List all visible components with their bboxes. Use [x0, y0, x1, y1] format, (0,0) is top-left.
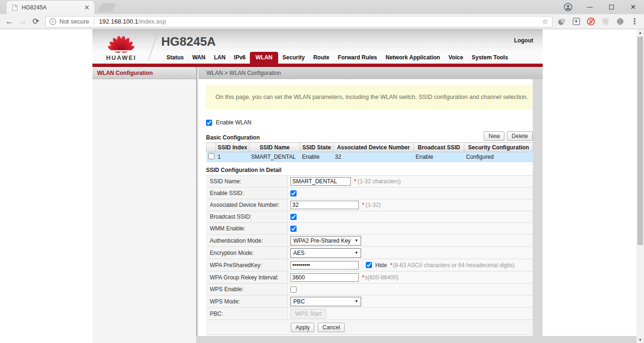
- window-minimize-button[interactable]: [579, 0, 601, 14]
- enable-wlan-label: Enable WLAN: [216, 119, 251, 126]
- reload-button[interactable]: ⟳: [29, 16, 42, 26]
- url-path[interactable]: /index.asp: [138, 18, 166, 25]
- form-row-wps-enable: WPS Enable:: [206, 284, 533, 295]
- wps-start-button[interactable]: WPS Start: [290, 309, 326, 318]
- page-scrollbar[interactable]: ▲ ▼: [636, 29, 644, 343]
- scrollbar-thumb[interactable]: [637, 37, 643, 245]
- right-gutter: [533, 79, 543, 343]
- accent-bar: [92, 64, 543, 67]
- profile-icon[interactable]: [557, 0, 579, 14]
- extension-icon-1[interactable]: [557, 17, 566, 26]
- broadcast-ssid-label: Broadcast SSID:: [206, 211, 288, 222]
- table-row[interactable]: 1 SMART_DENTAL Enable 32 Enable Configur…: [206, 152, 533, 162]
- hide-label: Hide: [375, 262, 387, 269]
- browser-menu-icon[interactable]: •••: [630, 17, 639, 26]
- sidebar-item-wlan-configuration[interactable]: WLAN Configuration: [92, 67, 196, 79]
- extension-icon-blocker[interactable]: S: [586, 17, 595, 26]
- wpa-presharedkey-label: WPA PreSharedKey:: [206, 259, 288, 271]
- browser-toolbar: ← → ⟳ i Not secure 192.168.100.1/index.a…: [0, 14, 644, 29]
- authentication-mode-label: Authentication Mode:: [206, 235, 288, 246]
- cell-associated-device-number: 32: [333, 152, 414, 162]
- wps-mode-select[interactable]: PBC ▼: [290, 297, 361, 306]
- form-row-enable-ssid: Enable SSID:: [206, 188, 533, 199]
- nav-tab-voice[interactable]: Voice: [444, 52, 467, 64]
- huawei-logo: HUAWEI: [105, 32, 138, 61]
- extension-icon-shield[interactable]: [601, 17, 610, 26]
- authentication-mode-select[interactable]: WPA2 Pre-Shared Key ▼: [290, 236, 361, 245]
- row-select-checkbox[interactable]: [208, 153, 215, 159]
- nav-tab-route[interactable]: Route: [309, 52, 333, 64]
- device-header: HUAWEI HG8245A Logout Status WAN LAN IPv…: [92, 29, 543, 64]
- extension-icon-globe[interactable]: [616, 17, 624, 26]
- chevron-down-icon: ▼: [355, 299, 358, 303]
- nav-tab-wan[interactable]: WAN: [188, 52, 210, 64]
- associated-device-number-input[interactable]: [290, 201, 359, 209]
- content-divider: [196, 67, 198, 343]
- main-nav: Status WAN LAN IPv6 WLAN Security Route …: [162, 52, 512, 64]
- nav-tab-status[interactable]: Status: [162, 52, 188, 64]
- table-header-security-configuration: Security Configuration: [464, 143, 533, 152]
- form-row-pbc: PBC: WPS Start: [206, 308, 533, 320]
- encryption-mode-select[interactable]: AES ▼: [290, 248, 361, 258]
- new-tab-button[interactable]: [98, 3, 116, 12]
- wps-mode-label: WPS Mode:: [206, 295, 288, 307]
- form-row-wmm-enable: WMM Enable:: [206, 223, 533, 235]
- back-button[interactable]: ←: [3, 17, 16, 26]
- window-close-button[interactable]: ✕: [622, 0, 644, 14]
- page-icon: [12, 5, 17, 11]
- cancel-button[interactable]: Cancel: [318, 323, 345, 332]
- router-page: HUAWEI HG8245A Logout Status WAN LAN IPv…: [0, 29, 636, 343]
- wpa-group-rekey-interval-input[interactable]: [290, 273, 359, 282]
- chevron-down-icon: ▼: [355, 238, 358, 243]
- nav-tab-ipv6[interactable]: IPv6: [230, 52, 250, 64]
- new-button[interactable]: New: [484, 131, 504, 141]
- scroll-up-icon[interactable]: ▲: [636, 29, 644, 36]
- security-label[interactable]: Not secure: [59, 18, 89, 25]
- form-row-associated-device-number: Associated Device Number: * (1-32): [206, 199, 533, 211]
- required-asterisk: *: [354, 178, 356, 185]
- form-row-broadcast-ssid: Broadcast SSID:: [206, 211, 533, 223]
- url-host[interactable]: 192.168.100.1: [99, 18, 138, 25]
- header-divider: [148, 33, 157, 60]
- tab-close-icon[interactable]: ✕: [83, 4, 91, 11]
- breadcrumb: WLAN > WLAN Configuration: [196, 67, 543, 79]
- browser-tab[interactable]: HG8245A ✕: [7, 1, 94, 14]
- sidebar: WLAN Configuration: [92, 67, 196, 343]
- nav-tab-forward-rules[interactable]: Forward Rules: [333, 52, 381, 64]
- bookmark-star-icon[interactable]: ☆: [542, 17, 548, 26]
- nav-tab-security[interactable]: Security: [278, 52, 309, 64]
- wpa-group-rekey-interval-hint: s(600-86400): [365, 274, 398, 281]
- logout-link[interactable]: Logout: [514, 37, 533, 44]
- authentication-mode-value: WPA2 Pre-Shared Key: [293, 237, 351, 244]
- address-bar[interactable]: i Not secure 192.168.100.1/index.asp ☆: [45, 16, 553, 27]
- enable-ssid-checkbox[interactable]: [290, 190, 297, 196]
- wmm-enable-checkbox[interactable]: [290, 226, 297, 232]
- window-restore-button[interactable]: [601, 0, 622, 14]
- detail-form: SSID Name: * (1-32 characters) Enable SS…: [206, 175, 533, 335]
- nav-tab-network-application[interactable]: Network Application: [381, 52, 445, 64]
- table-header-associated-device-number: Associated Device Number: [333, 143, 414, 152]
- nav-tab-lan[interactable]: LAN: [210, 52, 230, 64]
- hide-password-checkbox[interactable]: [366, 262, 372, 268]
- associated-device-number-label: Associated Device Number:: [206, 199, 288, 211]
- delete-button[interactable]: Delete: [507, 131, 533, 141]
- forward-button[interactable]: →: [16, 17, 29, 26]
- wps-enable-checkbox[interactable]: [290, 286, 297, 293]
- wps-enable-label: WPS Enable:: [206, 284, 288, 295]
- apply-button[interactable]: Apply: [291, 323, 314, 332]
- broadcast-ssid-checkbox[interactable]: [290, 214, 297, 220]
- nav-tab-wlan[interactable]: WLAN: [250, 52, 278, 64]
- ssid-name-input[interactable]: [290, 177, 351, 186]
- device-model-title: HG8245A: [161, 34, 216, 49]
- extension-icon-plus[interactable]: +: [572, 17, 580, 26]
- form-row-authentication-mode: Authentication Mode: WPA2 Pre-Shared Key…: [206, 235, 533, 247]
- enable-wlan-checkbox[interactable]: [206, 120, 212, 126]
- nav-tab-system-tools[interactable]: System Tools: [467, 52, 512, 64]
- wpa-presharedkey-input[interactable]: [290, 261, 359, 270]
- scroll-down-icon[interactable]: ▼: [636, 336, 644, 343]
- table-header-checkbox: [206, 143, 216, 152]
- brand-name: HUAWEI: [105, 54, 138, 61]
- info-icon[interactable]: i: [50, 18, 56, 25]
- main-content: WLAN > WLAN Configuration On this page, …: [196, 67, 543, 343]
- detail-section-title: SSID Configuration in Detail: [206, 167, 533, 173]
